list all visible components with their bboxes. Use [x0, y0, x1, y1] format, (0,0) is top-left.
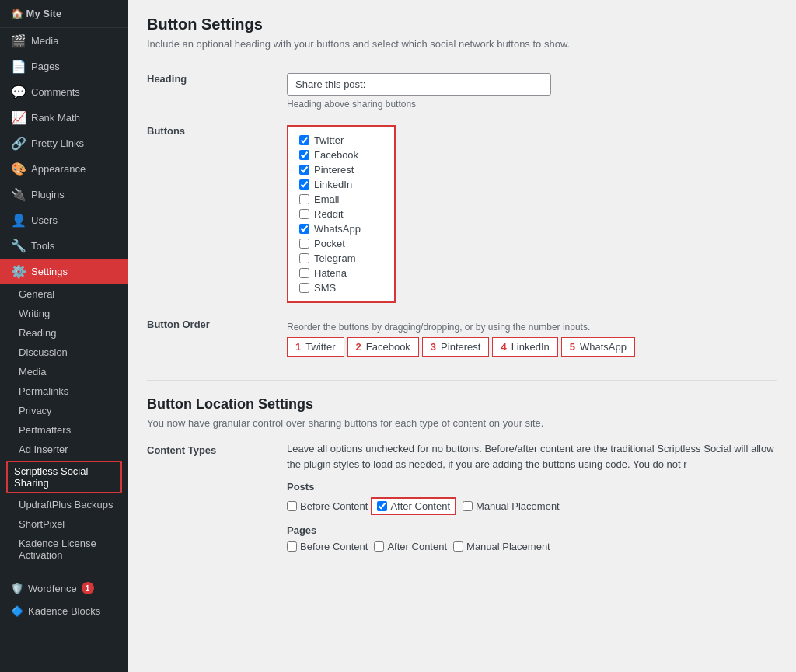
- sidebar-sub-item-reading[interactable]: Reading: [0, 323, 128, 343]
- sidebar-menu-item-tools[interactable]: 🔧 Tools: [0, 233, 128, 259]
- pages-manual-checkbox[interactable]: [453, 541, 463, 552]
- users-icon: 👤: [11, 213, 25, 228]
- checkbox-item-sms: SMS: [299, 282, 383, 294]
- order-item-whatsapp[interactable]: 5 WhatsApp: [561, 337, 635, 357]
- sidebar-menu-item-appearance[interactable]: 🎨 Appearance: [0, 156, 128, 182]
- content-types-label: Content Types: [147, 441, 287, 552]
- buttons-row: Buttons Twitter Facebook Pin: [147, 117, 777, 311]
- content-types-row: Content Types Leave all options unchecke…: [147, 441, 777, 552]
- posts-before-label[interactable]: Before Content: [287, 500, 368, 512]
- sidebar-sub-item-writing[interactable]: Writing: [0, 304, 128, 323]
- posts-manual-label[interactable]: Manual Placement: [463, 500, 560, 512]
- whatsapp-checkbox[interactable]: [299, 224, 309, 234]
- sidebar: 🏠 My Site 🎬 Media 📄 Pages 💬 Comments 📈 R…: [0, 0, 128, 672]
- main-content: Button Settings Include an optional head…: [128, 0, 796, 672]
- posts-manual-checkbox[interactable]: [463, 501, 473, 511]
- posts-after-highlighted[interactable]: After Content: [371, 497, 456, 515]
- twitter-label: Twitter: [314, 134, 344, 146]
- section-divider: [147, 380, 777, 381]
- pages-before-label[interactable]: Before Content: [287, 541, 368, 552]
- sidebar-sub-item-general[interactable]: General: [0, 284, 128, 304]
- checkbox-item-pinterest: Pinterest: [299, 164, 383, 176]
- hatena-checkbox[interactable]: [299, 268, 309, 278]
- sidebar-item-kadence-blocks[interactable]: 🔷 Kadence Blocks: [0, 600, 128, 622]
- checkbox-item-pocket: Pocket: [299, 238, 383, 249]
- content-types-value: Leave all options unchecked for no butto…: [287, 441, 777, 552]
- order-item-pinterest[interactable]: 3 Pinterest: [422, 337, 490, 357]
- whatsapp-label: WhatsApp: [314, 223, 361, 235]
- order-label-twitter: Twitter: [305, 341, 335, 353]
- sidebar-sub-item-media[interactable]: Media: [0, 362, 128, 381]
- pocket-checkbox[interactable]: [299, 239, 309, 249]
- pages-manual-label[interactable]: Manual Placement: [453, 541, 550, 552]
- checkbox-item-twitter: Twitter: [299, 134, 383, 146]
- reddit-checkbox[interactable]: [299, 209, 309, 219]
- order-item-linkedin[interactable]: 4 LinkedIn: [492, 337, 557, 357]
- telegram-checkbox[interactable]: [299, 253, 309, 263]
- sidebar-sub-item-perfmatters[interactable]: Perfmatters: [0, 420, 128, 440]
- buttons-checkbox-list: Twitter Facebook Pinterest LinkedIn: [287, 125, 396, 303]
- sms-checkbox[interactable]: [299, 283, 309, 293]
- plugins-icon: 🔌: [11, 187, 25, 202]
- sidebar-menu-item-rank-math[interactable]: 📈 Rank Math: [0, 105, 128, 131]
- button-order-value-cell: Reorder the buttons by dragging/dropping…: [287, 311, 777, 364]
- pages-after-text: After Content: [387, 541, 447, 552]
- heading-input[interactable]: [287, 73, 551, 96]
- pages-label: Pages: [287, 524, 777, 536]
- pinterest-checkbox[interactable]: [299, 165, 309, 175]
- sidebar-sub-item-updraftplus[interactable]: UpdraftPlus Backups: [0, 495, 128, 514]
- linkedin-label: LinkedIn: [314, 179, 352, 190]
- sidebar-item-wordfence[interactable]: 🛡️ Wordfence 1: [0, 576, 128, 600]
- sidebar-sub-item-shortpixel[interactable]: ShortPixel: [0, 514, 128, 534]
- sidebar-menu-item-media[interactable]: 🎬 Media: [0, 28, 128, 54]
- kadence-blocks-icon: 🔷: [11, 605, 23, 617]
- order-label-facebook: Facebook: [366, 341, 410, 353]
- pages-after-checkbox[interactable]: [374, 541, 384, 552]
- pages-placement-row: Before Content After Content Manual Plac…: [287, 541, 777, 552]
- order-item-twitter[interactable]: 1 Twitter: [287, 337, 344, 357]
- appearance-icon: 🎨: [11, 162, 25, 176]
- sidebar-menu-item-plugins[interactable]: 🔌 Plugins: [0, 182, 128, 207]
- posts-before-checkbox[interactable]: [287, 501, 297, 511]
- posts-before-text: Before Content: [300, 500, 368, 512]
- twitter-checkbox[interactable]: [299, 135, 309, 145]
- sidebar-sub-item-kadence-license[interactable]: Kadence License Activation: [0, 534, 128, 565]
- heading-hint: Heading above sharing buttons: [287, 99, 777, 110]
- pages-before-checkbox[interactable]: [287, 541, 297, 552]
- sidebar-logo: 🏠 My Site: [0, 0, 128, 28]
- linkedin-checkbox[interactable]: [299, 179, 309, 190]
- facebook-label: Facebook: [314, 149, 358, 161]
- button-order-row: Button Order Reorder the buttons by drag…: [147, 311, 777, 364]
- settings-table: Heading Heading above sharing buttons Bu…: [147, 65, 777, 364]
- sidebar-sub-item-discussion[interactable]: Discussion: [0, 343, 128, 362]
- wordfence-badge: 1: [82, 582, 94, 594]
- rank-math-icon: 📈: [11, 110, 25, 125]
- checkbox-item-facebook: Facebook: [299, 149, 383, 161]
- wordfence-icon: 🛡️: [11, 583, 23, 594]
- pinterest-label: Pinterest: [314, 164, 354, 176]
- email-label: Email: [314, 193, 340, 205]
- sidebar-menu-item-pretty-links[interactable]: 🔗 Pretty Links: [0, 131, 128, 156]
- order-item-facebook[interactable]: 2 Facebook: [347, 337, 419, 357]
- pages-icon: 📄: [11, 59, 25, 74]
- pages-after-label[interactable]: After Content: [374, 541, 447, 552]
- sidebar-menu-item-users[interactable]: 👤 Users: [0, 207, 128, 233]
- sidebar-sub-item-scriptless[interactable]: Scriptless Social Sharing: [6, 461, 122, 493]
- settings-arrow: ◀: [108, 264, 117, 279]
- heading-label: Heading: [147, 65, 287, 117]
- pretty-links-icon: 🔗: [11, 136, 25, 151]
- sidebar-sub-item-permalinks[interactable]: Permalinks: [0, 381, 128, 401]
- posts-after-checkbox[interactable]: [377, 501, 387, 511]
- reddit-label: Reddit: [314, 208, 344, 220]
- comments-icon: 💬: [11, 85, 25, 99]
- location-subtitle: You now have granular control over shari…: [147, 417, 777, 429]
- facebook-checkbox[interactable]: [299, 150, 309, 160]
- button-order-hint: Reorder the buttons by dragging/dropping…: [287, 322, 777, 333]
- sidebar-sub-item-ad-inserter[interactable]: Ad Inserter: [0, 440, 128, 459]
- email-checkbox[interactable]: [299, 194, 309, 204]
- tools-icon: 🔧: [11, 239, 25, 253]
- sidebar-menu-item-comments[interactable]: 💬 Comments: [0, 79, 128, 105]
- sidebar-menu-item-pages[interactable]: 📄 Pages: [0, 54, 128, 79]
- sidebar-sub-item-privacy[interactable]: Privacy: [0, 401, 128, 420]
- sidebar-menu-item-settings[interactable]: ⚙️ Settings ◀: [0, 259, 128, 284]
